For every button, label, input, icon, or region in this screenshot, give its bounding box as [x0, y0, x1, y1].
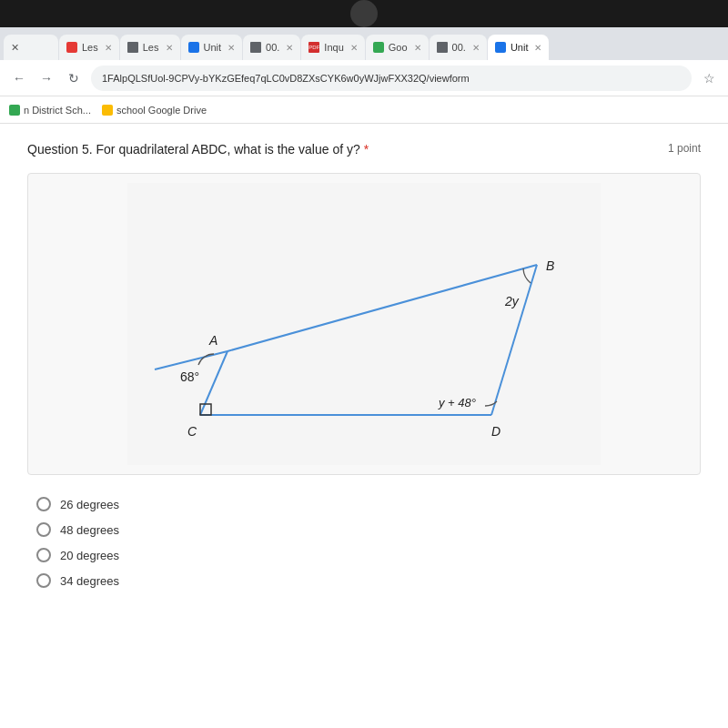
vertex-a-label: A	[208, 333, 217, 348]
tab-label-8: Unit	[511, 42, 529, 53]
tab-close-1[interactable]: ✕	[105, 43, 112, 53]
tab-favicon-3	[188, 42, 199, 53]
diagram-container: A B C D 68° 2y y + 48°	[27, 173, 701, 475]
tab-label-2: Les	[143, 42, 159, 53]
radio-3[interactable]	[36, 548, 51, 562]
tab-close-4[interactable]: ✕	[286, 43, 293, 53]
tab-favicon-6	[373, 42, 384, 53]
vertex-b-label: B	[546, 258, 554, 273]
address-text: 1FAlpQLSfUol-9CPVy-bYKzGEfeq7qLC0vD8ZXsC…	[102, 73, 470, 84]
tab-favicon-5: PDF	[308, 42, 319, 53]
bookmark-label-2: school Google Drive	[116, 105, 207, 116]
tab-00-2[interactable]: 00. ✕	[430, 35, 487, 60]
address-bar-row: ← → ↻ 1FAlpQLSfUol-9CPVy-bYKzGEfeq7qLC0v…	[0, 60, 728, 96]
radio-2[interactable]	[36, 522, 51, 537]
tab-inqu[interactable]: PDF Inqu ✕	[301, 35, 364, 60]
tab-close-6[interactable]: ✕	[414, 43, 421, 53]
question-header: Question 5. For quadrilateral ABDC, what…	[27, 142, 701, 157]
tab-00-1[interactable]: 00. ✕	[243, 35, 300, 60]
answer-label-2: 48 degrees	[60, 523, 119, 537]
angle-b-label: 2y	[504, 294, 520, 308]
bookmarks-bar: n District Sch... school Google Drive	[0, 96, 728, 124]
tab-favicon-4	[250, 42, 261, 53]
content-area: Question 5. For quadrilateral ABDC, what…	[0, 124, 728, 728]
tab-label-6: Goo	[389, 42, 408, 53]
radio-4[interactable]	[36, 573, 51, 588]
tab-close-8[interactable]: ✕	[534, 43, 541, 53]
question-text: Question 5. For quadrilateral ABDC, what…	[27, 142, 369, 157]
forward-button[interactable]: →	[36, 68, 56, 88]
vertex-c-label: C	[187, 424, 197, 439]
tab-unit-1[interactable]: Unit ✕	[181, 35, 243, 60]
tab-goo[interactable]: Goo ✕	[366, 35, 429, 60]
tab-label-4: 00.	[266, 42, 279, 53]
bookmark-google-drive[interactable]: school Google Drive	[102, 105, 207, 116]
tab-les-2[interactable]: Les ✕	[120, 35, 180, 60]
back-button[interactable]: ←	[9, 68, 29, 88]
bookmark-label-1: n District Sch...	[24, 105, 91, 116]
reload-button[interactable]: ↻	[64, 68, 84, 88]
answer-label-4: 34 degrees	[60, 574, 119, 588]
question-text-main: Question 5. For quadrilateral ABDC, what…	[27, 142, 360, 157]
tab-label-5: Inqu	[324, 42, 343, 53]
diagram-svg: A B C D 68° 2y y + 48°	[127, 183, 601, 465]
answer-option-4[interactable]: 34 degrees	[36, 573, 701, 588]
tab-close-2[interactable]: ✕	[166, 43, 173, 53]
camera-dot	[350, 0, 378, 27]
tab-close-3[interactable]: ✕	[228, 43, 235, 53]
tab-label-1: Les	[82, 42, 98, 53]
tab-favicon-1	[66, 42, 77, 53]
angle-a-label: 68°	[180, 369, 199, 384]
star-button[interactable]: ☆	[699, 68, 719, 88]
point-label: 1 point	[668, 142, 701, 155]
answer-option-1[interactable]: 26 degrees	[36, 497, 701, 511]
answer-label-1: 26 degrees	[60, 498, 119, 511]
bookmark-district[interactable]: n District Sch...	[9, 105, 91, 116]
bookmark-favicon-2	[102, 105, 113, 116]
tab-x-label: ✕	[11, 42, 19, 54]
bookmark-favicon-1	[9, 105, 20, 116]
tab-unit-2[interactable]: Unit ✕	[488, 35, 550, 60]
tab-favicon-8	[495, 42, 506, 53]
tab-label-3: Unit	[204, 42, 222, 53]
vertex-d-label: D	[491, 424, 500, 439]
answer-option-2[interactable]: 48 degrees	[36, 522, 701, 537]
answer-option-3[interactable]: 20 degrees	[36, 548, 701, 562]
tab-label-7: 00.	[452, 42, 466, 53]
angle-d-label: y + 48°	[438, 396, 476, 410]
svg-rect-0	[127, 183, 601, 465]
required-marker: *	[360, 142, 369, 157]
answer-label-3: 20 degrees	[60, 549, 119, 562]
tab-favicon-2	[127, 42, 138, 53]
address-bar[interactable]: 1FAlpQLSfUol-9CPVy-bYKzGEfeq7qLC0vD8ZXsC…	[91, 66, 692, 91]
browser-window: ✕ Les ✕ Les ✕ Unit ✕ 00. ✕ PDF Inqu ✕	[0, 27, 728, 728]
tab-bar: ✕ Les ✕ Les ✕ Unit ✕ 00. ✕ PDF Inqu ✕	[0, 27, 728, 60]
answer-choices: 26 degrees 48 degrees 20 degrees 34 degr…	[27, 497, 701, 588]
tab-close-5[interactable]: ✕	[350, 43, 358, 53]
top-bar	[0, 0, 728, 27]
radio-1[interactable]	[36, 497, 51, 511]
tab-extra-x[interactable]: ✕	[4, 35, 58, 60]
tab-close-7[interactable]: ✕	[472, 43, 480, 53]
tab-les-1[interactable]: Les ✕	[59, 35, 119, 60]
tab-favicon-7	[437, 42, 448, 53]
